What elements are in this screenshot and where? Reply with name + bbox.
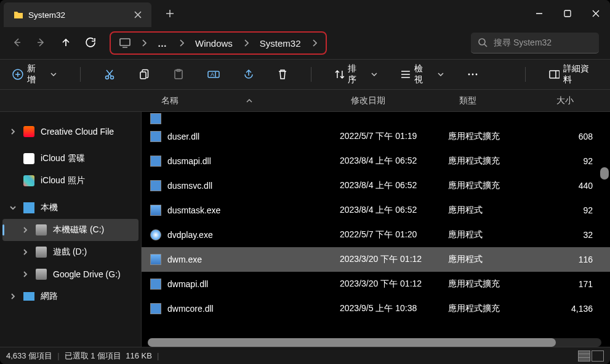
sidebar-item-label: iCloud 照片: [41, 175, 85, 186]
chevron-right-icon: [179, 39, 184, 47]
file-type: 應用程式擴充: [448, 156, 545, 167]
paste-button[interactable]: [173, 69, 184, 80]
svg-text:A: A: [211, 71, 214, 77]
column-date[interactable]: 修改日期: [351, 95, 459, 106]
new-tab-button[interactable]: [158, 1, 182, 26]
file-name: dwmcore.dll: [167, 304, 340, 314]
file-name: dwm.exe: [167, 255, 340, 264]
chevron-down-icon: [371, 73, 377, 76]
sidebar-item-label: iCloud 雲碟: [41, 153, 85, 164]
breadcrumb-ellipsis[interactable]: …: [158, 38, 168, 49]
sidebar-item[interactable]: Google Drive (G:): [0, 263, 141, 285]
file-row[interactable]: dusmapi.dll 2023/8/4 上午 06:52 應用程式擴充 92: [142, 149, 610, 173]
sidebar-item-label: 本機磁碟 (C:): [53, 224, 104, 235]
file-date: 2022/5/7 下午 01:20: [340, 229, 448, 240]
search-placeholder: 搜尋 System32: [494, 38, 552, 49]
breadcrumb-part[interactable]: System32: [260, 38, 301, 49]
file-row[interactable]: dvdplay.exe 2022/5/7 下午 01:20 應用程式 32: [142, 223, 610, 247]
close-button[interactable]: [582, 2, 610, 25]
sidebar-item[interactable]: iCloud 照片: [0, 170, 141, 192]
toolbar: 新增 A 排序 檢視 詳細資料: [0, 59, 610, 90]
chevron-right-icon[interactable]: [22, 225, 30, 235]
share-button[interactable]: [243, 69, 254, 80]
breadcrumb-part[interactable]: Windows: [195, 38, 233, 49]
column-headers: 名稱 修改日期 類型 大小: [0, 90, 610, 112]
rename-button[interactable]: A: [207, 69, 220, 80]
back-button[interactable]: [11, 37, 22, 50]
new-button[interactable]: 新增: [12, 63, 57, 85]
status-bar: 4,633 個項目 | 已選取 1 個項目 116 KB |: [0, 347, 610, 364]
sidebar-item[interactable]: Creative Cloud File: [0, 121, 141, 143]
file-date: 2022/5/7 下午 01:19: [340, 131, 448, 142]
copy-button[interactable]: [138, 69, 150, 80]
sidebar-item[interactable]: 本機磁碟 (C:): [2, 219, 138, 241]
details-pane-button[interactable]: 詳細資料: [549, 63, 598, 85]
file-name: dvdplay.exe: [167, 230, 340, 240]
file-icon: [150, 131, 161, 142]
file-date: 2023/3/20 下午 01:12: [340, 279, 448, 290]
forward-button[interactable]: [36, 37, 47, 50]
refresh-button[interactable]: [85, 37, 96, 50]
file-row[interactable]: dwmcore.dll 2023/9/5 上午 10:38 應用程式擴充 4,1…: [142, 296, 610, 321]
chevron-right-icon[interactable]: [10, 291, 17, 301]
sort-button[interactable]: 排序: [335, 63, 378, 85]
pc-icon: [119, 38, 130, 48]
cut-button[interactable]: [104, 69, 115, 80]
chevron-down-icon: [438, 73, 444, 76]
scrollbar-vertical[interactable]: [600, 112, 609, 338]
sidebar-item-label: Creative Cloud File: [41, 127, 114, 136]
view-details-icon[interactable]: [578, 350, 590, 362]
file-row[interactable]: duser.dll 2022/5/7 下午 01:19 應用程式擴充 608: [142, 124, 610, 149]
svg-point-11: [468, 74, 470, 76]
up-button[interactable]: [60, 37, 71, 50]
titlebar: System32: [0, 0, 610, 27]
file-date: 2023/8/4 上午 06:52: [340, 180, 448, 191]
chevron-down-icon[interactable]: [10, 203, 17, 213]
sidebar-item[interactable]: 遊戲 (D:): [0, 241, 141, 263]
file-icon: [150, 156, 161, 167]
chevron-right-icon[interactable]: [10, 127, 17, 136]
file-type: 應用程式擴充: [448, 180, 545, 191]
sidebar-item[interactable]: 本機: [0, 197, 141, 219]
sidebar-item[interactable]: 網路: [0, 285, 141, 307]
file-row[interactable]: dusmtask.exe 2023/8/4 上午 06:52 應用程式 92: [142, 198, 610, 223]
file-row[interactable]: dusmsvc.dll 2023/8/4 上午 06:52 應用程式擴充 440: [142, 173, 610, 198]
file-name: dwmapi.dll: [167, 279, 340, 289]
column-size[interactable]: 大小: [556, 95, 610, 106]
chevron-right-icon: [312, 39, 317, 47]
content-body: Creative Cloud FileiCloud 雲碟iCloud 照片本機本…: [0, 112, 610, 347]
file-row[interactable]: dwmapi.dll 2023/3/20 下午 01:12 應用程式擴充 171: [142, 272, 610, 296]
column-type[interactable]: 類型: [459, 95, 556, 106]
column-name[interactable]: 名稱: [161, 95, 351, 106]
minimize-button[interactable]: [525, 2, 553, 25]
file-name: duser.dll: [167, 132, 340, 141]
more-button[interactable]: [467, 73, 478, 76]
file-icon: [150, 229, 161, 240]
chevron-right-icon[interactable]: [22, 247, 30, 257]
view-grid-icon[interactable]: [592, 350, 604, 362]
search-input[interactable]: 搜尋 System32: [471, 33, 599, 53]
sidebar-item-label: 本機: [41, 202, 58, 213]
file-row-partial[interactable]: [142, 112, 610, 124]
svg-point-2: [479, 39, 485, 45]
sidebar-item[interactable]: iCloud 雲碟: [0, 148, 141, 170]
file-icon: [150, 205, 161, 216]
svg-rect-14: [550, 71, 560, 78]
drive-icon: [36, 224, 47, 235]
chevron-right-icon[interactable]: [22, 269, 30, 279]
maximize-button[interactable]: [553, 2, 582, 25]
file-icon: [150, 279, 161, 290]
close-tab-icon[interactable]: [134, 11, 142, 18]
svg-point-13: [475, 74, 477, 76]
file-row[interactable]: dwm.exe 2023/3/20 下午 01:12 應用程式 116: [142, 247, 610, 272]
sidebar-item-label: 遊戲 (D:): [53, 247, 87, 258]
delete-button[interactable]: [278, 69, 287, 80]
file-date: 2023/8/4 上午 06:52: [340, 156, 448, 167]
net-icon: [23, 292, 34, 301]
file-icon: [150, 180, 161, 191]
view-button[interactable]: 檢視: [401, 63, 444, 85]
chevron-right-icon: [244, 39, 249, 47]
tab[interactable]: System32: [4, 2, 151, 27]
breadcrumb[interactable]: … Windows System32: [110, 31, 327, 55]
scrollbar-horizontal[interactable]: [148, 338, 601, 347]
